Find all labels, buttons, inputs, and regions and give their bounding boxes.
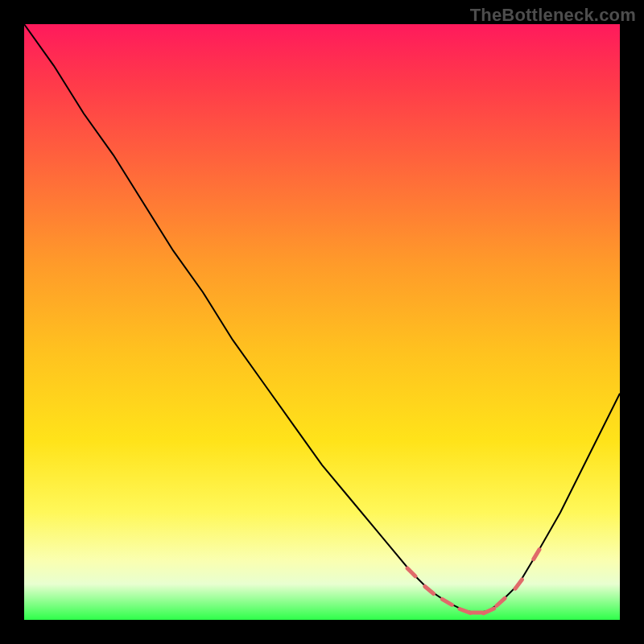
valley-tick (497, 598, 505, 605)
watermark-text: TheBottleneck.com (470, 5, 636, 26)
valley-markers (407, 550, 539, 613)
plot-svg (24, 24, 620, 620)
plot-area (24, 24, 620, 620)
valley-tick (515, 580, 522, 588)
valley-tick (442, 599, 452, 605)
valley-tick (460, 609, 470, 613)
valley-tick (407, 568, 415, 576)
valley-tick (534, 550, 539, 559)
valley-tick (425, 587, 434, 594)
valley-tick (484, 609, 494, 613)
chart-frame: TheBottleneck.com (0, 0, 644, 644)
bottleneck-curve (24, 24, 620, 613)
